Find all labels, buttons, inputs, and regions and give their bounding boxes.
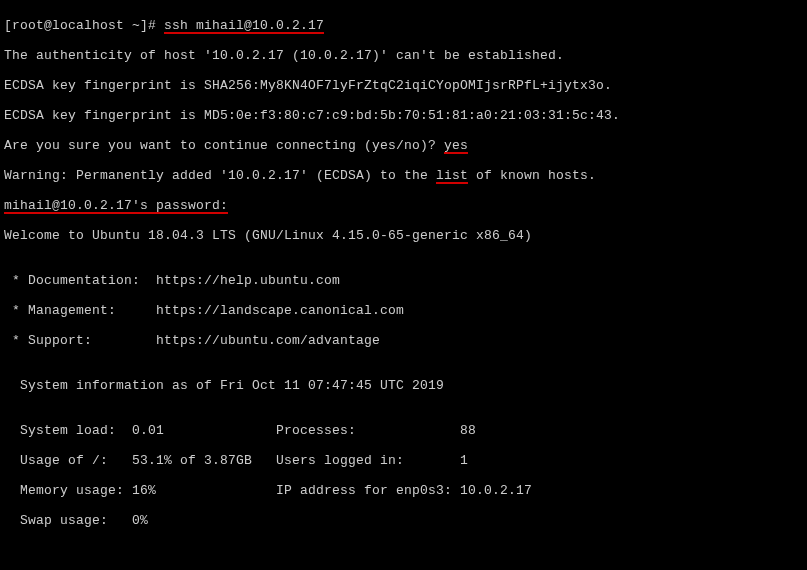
warn-part-c: of known hosts. xyxy=(468,168,596,183)
confirm-connect: Are you sure you want to continue connec… xyxy=(4,138,803,153)
shell-prompt: [root@localhost ~]# xyxy=(4,18,164,33)
sysinfo-row-2: Usage of /: 53.1% of 3.87GB Users logged… xyxy=(4,453,803,468)
password-prompt: mihail@10.0.2.17's password: xyxy=(4,198,803,213)
doc-link: * Documentation: https://help.ubuntu.com xyxy=(4,273,803,288)
warn-list-word: list xyxy=(436,168,468,183)
prompt-line-1: [root@localhost ~]# ssh mihail@10.0.2.17 xyxy=(4,18,803,33)
warn-part-a: Warning: Permanently added '10.0.2.17' (… xyxy=(4,168,436,183)
terminal-window[interactable]: [root@localhost ~]# ssh mihail@10.0.2.17… xyxy=(0,0,807,570)
confirm-question: Are you sure you want to continue connec… xyxy=(4,138,444,153)
perm-added-warning: Warning: Permanently added '10.0.2.17' (… xyxy=(4,168,803,183)
welcome-banner: Welcome to Ubuntu 18.04.3 LTS (GNU/Linux… xyxy=(4,228,803,243)
sysinfo-row-1: System load: 0.01 Processes: 88 xyxy=(4,423,803,438)
fingerprint-md5: ECDSA key fingerprint is MD5:0e:f3:80:c7… xyxy=(4,108,803,123)
confirm-answer: yes xyxy=(444,138,468,153)
mgmt-link: * Management: https://landscape.canonica… xyxy=(4,303,803,318)
password-prompt-text: mihail@10.0.2.17's password: xyxy=(4,198,228,213)
host-authenticity: The authenticity of host '10.0.2.17 (10.… xyxy=(4,48,803,63)
sysinfo-row-4: Swap usage: 0% xyxy=(4,513,803,528)
sysinfo-header: System information as of Fri Oct 11 07:4… xyxy=(4,378,803,393)
ssh-command: ssh mihail@10.0.2.17 xyxy=(164,18,324,33)
sysinfo-row-3: Memory usage: 16% IP address for enp0s3:… xyxy=(4,483,803,498)
fingerprint-sha256: ECDSA key fingerprint is SHA256:My8KN4OF… xyxy=(4,78,803,93)
support-link: * Support: https://ubuntu.com/advantage xyxy=(4,333,803,348)
